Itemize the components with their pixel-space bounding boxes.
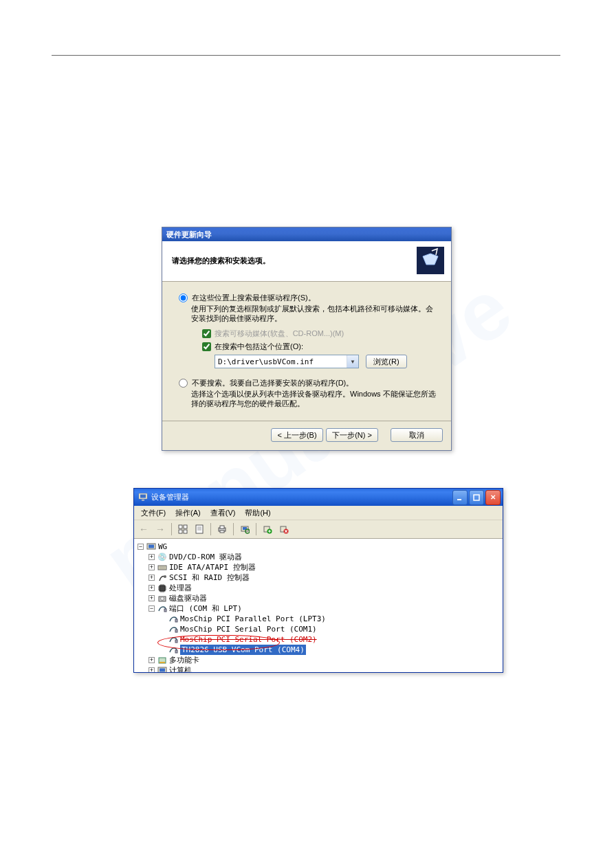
svg-rect-7 (184, 525, 187, 528)
devmgr-title: 设备管理器 (151, 492, 189, 502)
back-arrow-icon: ← (137, 522, 151, 536)
device-tree[interactable]: − WG + 💿 DVD/CD-ROM 驱动器 + (134, 539, 503, 672)
expand-icon[interactable]: + (149, 657, 155, 663)
maximize-button[interactable] (469, 490, 484, 505)
wizard-header: 请选择您的搜索和安装选项。 (162, 241, 451, 282)
driver-path-combobox[interactable]: ▼ (215, 355, 359, 368)
svg-rect-10 (196, 525, 203, 533)
ports-icon (157, 604, 167, 614)
processor-icon (157, 583, 167, 593)
node-ports[interactable]: 端口 (COM 和 LPT) (169, 603, 242, 614)
svg-rect-2 (140, 494, 146, 498)
devmgr-toolbar: ← → (134, 520, 503, 539)
checkbox-include-location[interactable] (202, 342, 211, 351)
ide-controller-icon (157, 563, 167, 572)
node-dvd[interactable]: DVD/CD-ROM 驱动器 (169, 552, 242, 562)
expand-icon[interactable]: + (149, 554, 155, 560)
node-disk[interactable]: 磁盘驱动器 (169, 593, 207, 603)
page-divider (52, 55, 560, 56)
expand-icon[interactable]: + (149, 564, 155, 570)
expand-icon[interactable]: + (149, 595, 155, 601)
cancel-button[interactable]: 取消 (391, 428, 443, 442)
port-icon (168, 645, 178, 655)
update-driver-icon[interactable] (261, 522, 274, 536)
svg-rect-23 (158, 566, 166, 570)
node-ide[interactable]: IDE ATA/ATAPI 控制器 (169, 562, 256, 572)
svg-rect-6 (179, 525, 182, 528)
svg-rect-8 (179, 530, 182, 533)
disk-drive-icon (157, 594, 167, 603)
svg-rect-28 (164, 609, 166, 612)
svg-rect-25 (160, 586, 165, 591)
next-button[interactable]: 下一步(N) > (326, 428, 378, 442)
close-button[interactable]: ✕ (485, 490, 501, 505)
node-multifunction[interactable]: 多功能卡 (169, 655, 199, 665)
devmgr-titlebar: 设备管理器 ✕ (134, 489, 503, 506)
checkbox-removable-media-label: 搜索可移动媒体(软盘、CD-ROM...)(M) (215, 329, 344, 339)
svg-point-27 (161, 597, 164, 600)
radio-search-auto-label: 在这些位置上搜索最佳驱动程序(S)。 (192, 293, 316, 302)
radio-dont-search-label: 不要搜索。我要自己选择要安装的驱动程序(D)。 (192, 378, 353, 388)
port-icon (168, 625, 178, 634)
devmgr-app-icon (138, 492, 148, 503)
back-button[interactable]: < 上一步(B) (271, 428, 323, 442)
wizard-titlebar: 硬件更新向导 (162, 227, 451, 241)
toolbar-separator (256, 523, 256, 535)
browse-button[interactable]: 浏览(R) (366, 355, 407, 368)
svg-rect-29 (175, 619, 177, 622)
toolbar-separator (171, 523, 172, 535)
svg-rect-13 (220, 531, 224, 533)
print-icon[interactable] (215, 522, 229, 536)
svg-rect-4 (457, 499, 461, 500)
node-port-com2[interactable]: MosChip PCI Serial Port (COM2) (180, 634, 317, 645)
checkbox-removable-media[interactable] (202, 329, 211, 338)
expand-icon[interactable]: + (149, 667, 155, 672)
toolbar-separator (210, 523, 211, 535)
menu-action[interactable]: 操作(A) (171, 507, 205, 519)
radio-search-auto-desc: 使用下列的复选框限制或扩展默认搜索，包括本机路径和可移动媒体。会安装找到的最佳驱… (191, 304, 437, 323)
menu-file[interactable]: 文件(F) (137, 507, 170, 519)
wizard-header-icon (417, 247, 444, 274)
expand-icon[interactable]: − (149, 605, 155, 612)
expand-icon[interactable]: + (149, 585, 155, 591)
computer-icon (157, 666, 167, 673)
menu-help[interactable]: 帮助(H) (241, 507, 274, 519)
combobox-dropdown-icon[interactable]: ▼ (347, 355, 358, 368)
driver-path-input[interactable] (215, 355, 347, 368)
radio-dont-search[interactable] (179, 379, 188, 388)
properties-icon[interactable] (193, 522, 206, 536)
wizard-title: 硬件更新向导 (166, 230, 212, 238)
node-port-com1[interactable]: MosChip PCI Serial Port (COM1) (180, 624, 317, 634)
svg-rect-34 (160, 662, 165, 663)
node-port-vcom-selected[interactable]: TH2826 USB VCom Port (COM4) (180, 645, 306, 655)
svg-rect-5 (474, 495, 479, 500)
svg-rect-22 (149, 544, 154, 548)
toolbar-separator (233, 523, 234, 535)
node-port-lpt3[interactable]: MosChip PCI Parallel Port (LPT3) (180, 614, 326, 624)
uninstall-icon[interactable] (277, 522, 291, 536)
forward-arrow-icon: → (153, 522, 167, 536)
scan-hardware-icon[interactable] (238, 522, 252, 536)
minimize-button[interactable] (452, 490, 468, 505)
scsi-controller-icon (157, 573, 167, 583)
node-computer[interactable]: 计算机 (169, 665, 192, 672)
hardware-update-wizard-window: 硬件更新向导 请选择您的搜索和安装选项。 在这些位置上搜索最佳驱动程序(S)。 … (162, 227, 452, 451)
expand-icon[interactable]: + (149, 575, 155, 581)
svg-point-24 (164, 575, 166, 578)
node-cpu[interactable]: 处理器 (169, 583, 192, 593)
checkbox-include-location-label: 在搜索中包括这个位置(O): (215, 342, 303, 352)
dvd-drive-icon: 💿 (157, 553, 167, 562)
radio-search-auto[interactable] (179, 293, 188, 302)
radio-dont-search-desc: 选择这个选项以便从列表中选择设备驱动程序。Windows 不能保证您所选择的驱动… (191, 389, 437, 408)
wizard-body: 在这些位置上搜索最佳驱动程序(S)。 使用下列的复选框限制或扩展默认搜索，包括本… (162, 282, 451, 421)
node-root[interactable]: WG (158, 542, 167, 552)
wizard-heading: 请选择您的搜索和安装选项。 (172, 256, 270, 266)
expand-icon[interactable]: − (138, 544, 144, 550)
svg-rect-30 (175, 630, 177, 632)
node-scsi[interactable]: SCSI 和 RAID 控制器 (169, 572, 250, 583)
svg-rect-36 (160, 668, 165, 671)
tree-view-icon[interactable] (176, 522, 190, 536)
svg-rect-12 (220, 526, 224, 528)
menu-view[interactable]: 查看(V) (206, 507, 240, 519)
device-manager-window: 设备管理器 ✕ 文件(F) 操作(A) 查看(V) 帮助(H) ← → (133, 488, 503, 673)
